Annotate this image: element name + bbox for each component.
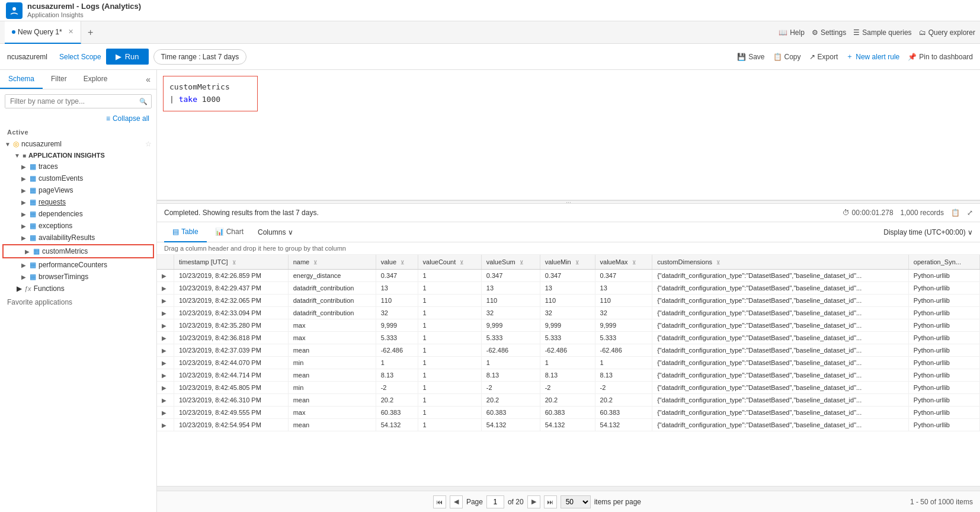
pagination-page-label: Page	[466, 498, 483, 506]
export-button[interactable]: ↗ Export	[809, 53, 838, 61]
workspace-item[interactable]: ▼ ◎ ncusazureml ☆	[0, 138, 156, 150]
row-expand-4[interactable]: ▶	[157, 319, 174, 332]
table-row[interactable]: ▶ 10/23/2019, 8:42:29.437 PM datadrift_c…	[157, 282, 980, 295]
col-valuesum[interactable]: valueSum ⊻	[481, 255, 540, 270]
collapse-all-button[interactable]: ≡ Collapse all	[0, 113, 156, 126]
functions-item[interactable]: ▶ ƒx Functions	[0, 283, 156, 295]
col-timestamp[interactable]: timestamp [UTC] ⊻	[174, 255, 289, 270]
col-valuecount[interactable]: valueCount ⊻	[418, 255, 481, 270]
results-expand-icon[interactable]: ⤢	[967, 209, 973, 217]
row-expand-8[interactable]: ▶	[157, 369, 174, 382]
pagination-page-input[interactable]	[486, 495, 504, 508]
tree-item-traces[interactable]: ▶ ▦ traces	[0, 161, 156, 172]
valuemin-filter-icon[interactable]: ⊻	[575, 260, 579, 265]
valuecount-filter-icon[interactable]: ⊻	[460, 260, 464, 265]
row-expand-11[interactable]: ▶	[157, 407, 174, 419]
tab-bar-actions: 📖 Help ⚙ Settings ☰ Sample queries 🗂 Que…	[779, 28, 975, 37]
columns-dropdown[interactable]: Columns ∨	[252, 228, 299, 236]
copy-button[interactable]: 📋 Copy	[773, 53, 801, 61]
tree-item-browsertimings[interactable]: ▶ ▦ browserTimings	[0, 271, 156, 283]
customdimensions-filter-icon[interactable]: ⊻	[716, 260, 720, 265]
pagination-last-button[interactable]: ⏭	[544, 495, 557, 508]
app-group-item[interactable]: ▼ ■ APPLICATION INSIGHTS	[0, 150, 156, 161]
row-expand-10[interactable]: ▶	[157, 394, 174, 407]
table-row[interactable]: ▶ 10/23/2019, 8:42:37.039 PM mean -62.48…	[157, 344, 980, 357]
sidebar-tab-filter[interactable]: Filter	[43, 70, 75, 89]
row-expand-3[interactable]: ▶	[157, 307, 174, 319]
valuemax-filter-icon[interactable]: ⊻	[632, 260, 636, 265]
row-expand-0[interactable]: ▶	[157, 270, 174, 282]
table-row[interactable]: ▶ 10/23/2019, 8:42:36.818 PM max 5.333 1…	[157, 332, 980, 344]
query-editor[interactable]: customMetrics | take 1000	[157, 70, 980, 200]
row-expand-2[interactable]: ▶	[157, 295, 174, 307]
pagination-next-button[interactable]: ▶	[527, 495, 540, 508]
tab-close-icon[interactable]: ✕	[68, 28, 73, 36]
workspace-favorite-icon[interactable]: ☆	[145, 140, 152, 148]
table-row[interactable]: ▶ 10/23/2019, 8:42:32.065 PM datadrift_c…	[157, 295, 980, 307]
name-filter-icon[interactable]: ⊻	[313, 260, 318, 265]
value-filter-icon[interactable]: ⊻	[401, 260, 405, 265]
row-expand-6[interactable]: ▶	[157, 344, 174, 357]
tree-item-customevents[interactable]: ▶ ▦ customEvents	[0, 172, 156, 184]
sample-queries-button[interactable]: ☰ Sample queries	[853, 28, 911, 37]
row-expand-7[interactable]: ▶	[157, 357, 174, 369]
tab-new-query[interactable]: New Query 1* ✕	[5, 21, 81, 44]
sidebar-tab-schema[interactable]: Schema	[0, 70, 43, 89]
table-row[interactable]: ▶ 10/23/2019, 8:42:44.070 PM min 1 1 1 1…	[157, 357, 980, 369]
tab-add-button[interactable]: +	[81, 23, 100, 42]
tree-item-requests[interactable]: ▶ ▦ requests	[0, 196, 156, 208]
settings-button[interactable]: ⚙ Settings	[812, 28, 846, 37]
row-expand-1[interactable]: ▶	[157, 282, 174, 295]
timestamp-filter-icon[interactable]: ⊻	[232, 260, 236, 265]
row-valuemin-8: 8.13	[540, 369, 595, 382]
horizontal-scrollbar[interactable]	[157, 486, 980, 491]
tree-item-availabilityresults[interactable]: ▶ ▦ availabilityResults	[0, 232, 156, 244]
sidebar-collapse-button[interactable]: «	[140, 70, 156, 89]
valuesum-filter-icon[interactable]: ⊻	[520, 260, 524, 265]
pagination-prev-button[interactable]: ◀	[450, 495, 463, 508]
table-row[interactable]: ▶ 10/23/2019, 8:42:54.954 PM mean 54.132…	[157, 419, 980, 431]
col-value[interactable]: value ⊻	[376, 255, 418, 270]
col-customdimensions[interactable]: customDimensions ⊻	[652, 255, 909, 270]
save-button[interactable]: 💾 Save	[737, 53, 764, 61]
query-box[interactable]: customMetrics | take 1000	[163, 76, 258, 111]
table-row[interactable]: ▶ 10/23/2019, 8:42:26.859 PM energy_dist…	[157, 270, 980, 282]
table-row[interactable]: ▶ 10/23/2019, 8:42:46.310 PM mean 20.2 1…	[157, 394, 980, 407]
row-operationsyn-11: Python-urllib	[908, 407, 979, 419]
sidebar-tab-explore[interactable]: Explore	[75, 70, 116, 89]
col-valuemin[interactable]: valueMin ⊻	[540, 255, 595, 270]
query-explorer-button[interactable]: 🗂 Query explorer	[919, 28, 975, 37]
table-row[interactable]: ▶ 10/23/2019, 8:42:44.714 PM mean 8.13 1…	[157, 369, 980, 382]
results-copy-icon[interactable]: 📋	[951, 209, 960, 217]
time-range-button[interactable]: Time range : Last 7 days	[153, 49, 247, 65]
tree-item-custommetrics[interactable]: ▶ ▦ customMetrics	[2, 244, 154, 258]
new-alert-rule-button[interactable]: ＋ New alert rule	[846, 52, 899, 62]
col-name[interactable]: name ⊻	[288, 255, 376, 270]
tree-item-exceptions[interactable]: ▶ ▦ exceptions	[0, 220, 156, 232]
table-row[interactable]: ▶ 10/23/2019, 8:42:49.555 PM max 60.383 …	[157, 407, 980, 419]
run-button[interactable]: ▶ Run	[106, 49, 149, 65]
table-row[interactable]: ▶ 10/23/2019, 8:42:33.094 PM datadrift_c…	[157, 307, 980, 319]
help-button[interactable]: 📖 Help	[779, 28, 805, 37]
row-operationsyn-2: Python-urllib	[908, 295, 979, 307]
pin-to-dashboard-button[interactable]: 📌 Pin to dashboard	[908, 53, 973, 61]
tree-item-pageviews[interactable]: ▶ ▦ pageViews	[0, 184, 156, 196]
tree-item-performancecounters[interactable]: ▶ ▦ performanceCounters	[0, 259, 156, 271]
sidebar-search-input[interactable]	[5, 95, 136, 108]
results-tab-table[interactable]: ▤ Table	[164, 222, 207, 242]
table-row[interactable]: ▶ 10/23/2019, 8:42:45.805 PM min -2 1 -2…	[157, 382, 980, 394]
col-valuemax[interactable]: valueMax ⊻	[595, 255, 652, 270]
row-expand-12[interactable]: ▶	[157, 419, 174, 431]
pagination-first-button[interactable]: ⏮	[433, 495, 446, 508]
items-per-page-select[interactable]: 50 100 200	[561, 495, 591, 508]
display-time-dropdown[interactable]: Display time (UTC+00:00) ∨	[883, 228, 973, 236]
table-row[interactable]: ▶ 10/23/2019, 8:42:35.280 PM max 9,999 1…	[157, 319, 980, 332]
query-table-name: customMetrics	[169, 82, 230, 91]
row-expand-9[interactable]: ▶	[157, 382, 174, 394]
select-scope-button[interactable]: Select Scope	[59, 53, 101, 61]
row-valuemax-0: 0.347	[595, 270, 652, 282]
col-operation-syn[interactable]: operation_Syn...	[908, 255, 979, 270]
tree-item-dependencies[interactable]: ▶ ▦ dependencies	[0, 208, 156, 220]
results-tab-chart[interactable]: 📊 Chart	[207, 222, 252, 242]
row-expand-5[interactable]: ▶	[157, 332, 174, 344]
